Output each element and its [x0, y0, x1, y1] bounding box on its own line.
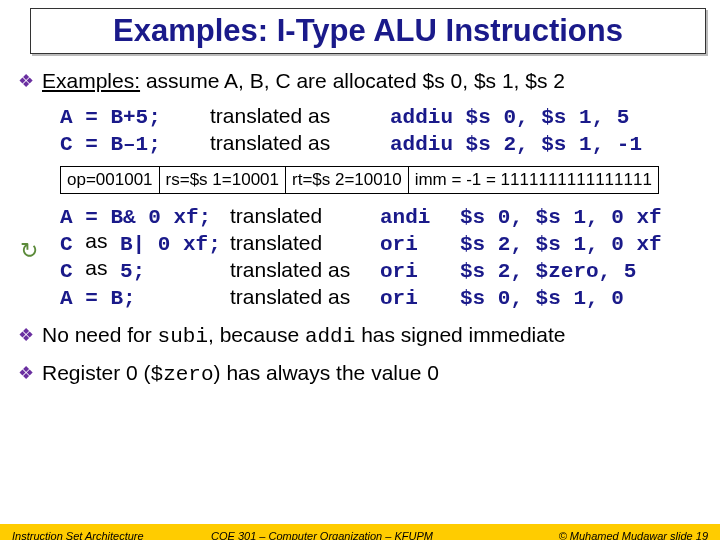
footer-left: Instruction Set Architecture	[0, 530, 172, 540]
enc-imm: imm = -1 = 1111111111111111	[408, 167, 658, 194]
bullet-text: No need for subi, because addi has signe…	[42, 322, 702, 350]
footer-right: © Muhamed Mudawar slide 19	[472, 530, 720, 540]
examples-label: Examples:	[42, 69, 140, 92]
translated-label: translated as	[230, 285, 380, 309]
examples-rest: assume A, B, C are allocated $s 0, $s 1,…	[140, 69, 565, 92]
asm-ops: $s 2, $s 1, 0 xf	[460, 233, 662, 256]
bullet-zero-reg: ❖ Register 0 ($zero) has always the valu…	[18, 360, 702, 388]
enc-rs: rs=$s 1=10001	[159, 167, 285, 194]
code-row: C as B| 0 xf; translated ori $s 2, $s 1,…	[60, 231, 702, 256]
bullet-no-subi: ❖ No need for subi, because addi has sig…	[18, 322, 702, 350]
src-code: C as 5;	[60, 258, 230, 283]
asm-code: addiu $s 2, $s 1, -1	[390, 133, 702, 156]
footer-mid: COE 301 – Computer Organization – KFUPM	[172, 530, 472, 540]
translated-label: translated	[230, 231, 380, 255]
asm-ops: $s 0, $s 1, 0 xf	[460, 206, 662, 229]
code-row: C = B–1; translated as addiu $s 2, $s 1,…	[60, 131, 702, 156]
slide-title-box: Examples: I-Type ALU Instructions	[30, 8, 706, 54]
asm-ops: $s 2, $zero, 5	[460, 260, 636, 283]
diamond-icon: ❖	[18, 360, 34, 386]
bullet-examples: ❖ Examples: assume A, B, C are allocated…	[18, 68, 702, 94]
src-code: A = B;	[60, 287, 230, 310]
translated-label: translated as	[230, 258, 380, 282]
asm-mnemonic: ori	[380, 233, 460, 256]
translated-label: translated	[230, 204, 380, 228]
asm-ops: $s 0, $s 1, 0	[460, 287, 624, 310]
asm-code: addiu $s 0, $s 1, 5	[390, 106, 702, 129]
asm-mnemonic: ori	[380, 260, 460, 283]
code-row: A = B& 0 xf; translated andi $s 0, $s 1,…	[60, 204, 702, 229]
example-block-2: A = B& 0 xf; translated andi $s 0, $s 1,…	[60, 204, 702, 310]
code-row: A = B+5; translated as addiu $s 0, $s 1,…	[60, 104, 702, 129]
example-block-1: A = B+5; translated as addiu $s 0, $s 1,…	[60, 104, 702, 156]
enc-op: op=001001	[61, 167, 160, 194]
asm-mnemonic: andi	[380, 206, 460, 229]
translated-label: translated as	[210, 104, 390, 128]
arrow-icon: ↻	[20, 238, 38, 264]
diamond-icon: ❖	[18, 322, 34, 348]
src-code: C = B–1;	[60, 133, 210, 156]
enc-rt: rt=$s 2=10010	[286, 167, 409, 194]
src-code: C as B| 0 xf;	[60, 231, 230, 256]
src-code: A = B+5;	[60, 106, 210, 129]
code-row: C as 5; translated as ori $s 2, $zero, 5	[60, 258, 702, 283]
bullet-text: Examples: assume A, B, C are allocated $…	[42, 68, 702, 94]
asm-mnemonic: ori	[380, 287, 460, 310]
encoding-table: op=001001 rs=$s 1=10001 rt=$s 2=10010 im…	[60, 166, 659, 194]
footer-bar: Instruction Set Architecture COE 301 – C…	[0, 524, 720, 540]
bullet-text: Register 0 ($zero) has always the value …	[42, 360, 702, 388]
diamond-icon: ❖	[18, 68, 34, 94]
slide-title: Examples: I-Type ALU Instructions	[41, 13, 695, 49]
src-code: A = B& 0 xf;	[60, 206, 230, 229]
code-row: A = B; translated as ori $s 0, $s 1, 0	[60, 285, 702, 310]
translated-label: translated as	[210, 131, 390, 155]
